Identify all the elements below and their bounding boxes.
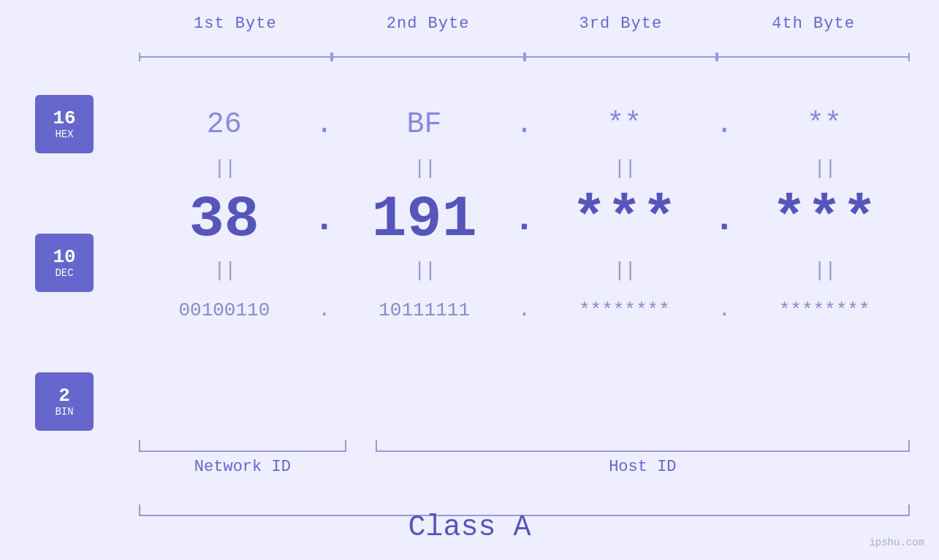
hex-badge-num: 16 [53, 108, 75, 129]
dec-dot2: . [510, 199, 539, 240]
bin-badge-num: 2 [58, 386, 70, 407]
hex-row: 26 . BF . ** . ** [139, 95, 910, 153]
hex-b1: 26 [139, 108, 310, 141]
class-label: Class A [0, 511, 939, 544]
eq1-b2: || [339, 157, 510, 180]
dec-badge: 10 DEC [35, 234, 94, 292]
equals-row-2: || || || || [139, 256, 910, 285]
byte2-header: 2nd Byte [332, 15, 525, 33]
hex-dot2: . [510, 108, 539, 141]
badges-column: 16 HEX 10 DEC 2 BIN [35, 95, 94, 431]
bin-dot2: . [510, 299, 539, 321]
byte-headers: 1st Byte 2nd Byte 3rd Byte 4th Byte [139, 15, 910, 33]
eq1-b1: || [139, 157, 310, 180]
network-bracket-line [139, 440, 346, 452]
host-id-label: Host ID [376, 458, 910, 476]
bin-row: 00100110 . 10111111 . ******** . *******… [139, 285, 910, 336]
bin-badge: 2 BIN [35, 372, 94, 431]
dec-b3: *** [539, 186, 710, 253]
bin-b2: 10111111 [339, 299, 510, 321]
hex-dot3: . [710, 108, 739, 141]
network-bracket: Network ID [139, 440, 346, 476]
top-bracket-4 [717, 53, 910, 61]
byte4-header: 4th Byte [717, 15, 910, 33]
network-id-label: Network ID [139, 458, 346, 476]
top-bracket-1 [139, 53, 332, 61]
host-bracket: Host ID [376, 440, 910, 476]
dec-b1: 38 [139, 186, 310, 253]
hex-b3: ** [539, 108, 710, 141]
dec-badge-label: DEC [55, 267, 73, 279]
eq1-b3: || [539, 157, 710, 180]
byte1-header: 1st Byte [139, 15, 332, 33]
bin-b3: ******** [539, 299, 710, 321]
hex-dot1: . [310, 108, 339, 141]
dec-b2: 191 [339, 186, 510, 253]
bin-badge-label: BIN [55, 406, 73, 418]
hex-b2: BF [339, 108, 510, 141]
bin-b4: ******** [739, 299, 910, 321]
rows-area: 26 . BF . ** . ** || || [139, 73, 910, 336]
dec-dot1: . [310, 199, 339, 240]
dec-badge-num: 10 [53, 247, 75, 268]
hex-badge: 16 HEX [35, 95, 94, 153]
eq1-b4: || [739, 157, 910, 180]
top-bracket-3 [525, 53, 718, 61]
hex-badge-label: HEX [55, 129, 73, 140]
bin-b1: 00100110 [139, 299, 310, 321]
dec-row: 38 . 191 . *** . *** [139, 183, 910, 256]
eq2-b3: || [539, 259, 710, 282]
hex-b4: ** [739, 108, 910, 141]
byte3-header: 3rd Byte [525, 15, 718, 33]
equals-row-1: || || || || [139, 153, 910, 183]
main-container: 1st Byte 2nd Byte 3rd Byte 4th Byte [0, 0, 939, 560]
bin-dot1: . [310, 299, 339, 321]
bottom-brackets: Network ID Host ID [139, 440, 910, 476]
dec-dot3: . [710, 199, 739, 240]
bin-dot3: . [710, 299, 739, 321]
host-bracket-line [376, 440, 910, 452]
top-bracket-2 [332, 53, 525, 61]
eq2-b4: || [739, 259, 910, 282]
watermark: ipshu.com [869, 537, 924, 548]
eq2-b2: || [339, 259, 510, 282]
top-brackets [139, 53, 910, 61]
dec-b4: *** [739, 186, 910, 253]
eq2-b1: || [139, 259, 310, 282]
